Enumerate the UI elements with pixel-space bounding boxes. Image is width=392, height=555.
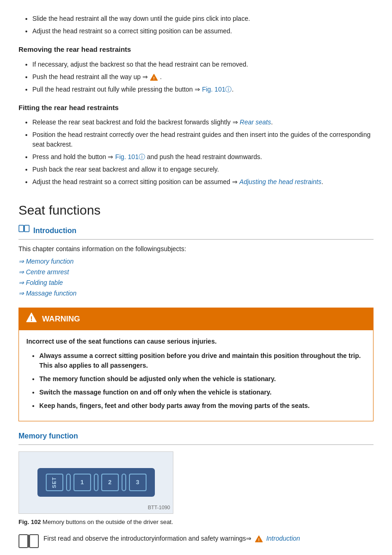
- fitting-bullet-4: Push back the rear seat backrest and all…: [32, 165, 374, 174]
- top-bullet-list: Slide the head restraint all the way dow…: [18, 14, 374, 36]
- centre-armrest-link[interactable]: Centre armrest: [18, 267, 374, 277]
- memory-heading-link[interactable]: Memory function: [18, 431, 78, 442]
- massage-function-link[interactable]: Massage function: [18, 289, 374, 298]
- intro-text: This chapter contains information on the…: [18, 244, 374, 254]
- fig-caption: Fig. 102 Memory buttons on the outside o…: [18, 518, 374, 527]
- fig-number: Fig. 102: [18, 518, 41, 525]
- intro-note-link[interactable]: Introduction: [266, 535, 300, 542]
- memory-function-link[interactable]: Memory function: [18, 257, 374, 266]
- removing-bullet-1: If necessary, adjust the backrest so tha…: [32, 60, 374, 69]
- removing-bullet-list: If necessary, adjust the backrest so tha…: [18, 60, 374, 94]
- mem-divider-3: [122, 474, 126, 491]
- fig101-link-fitting[interactable]: Fig. 101ⓘ: [115, 153, 145, 160]
- fitting-bullet-1: Release the rear seat backrest and fold …: [32, 117, 374, 127]
- rear-seats-link[interactable]: Rear seats: [240, 118, 271, 126]
- fitting-bullet-list: Release the rear seat backrest and fold …: [18, 117, 374, 187]
- removing-bullet-2: Push the head restraint all the way up ⇒…: [32, 72, 374, 82]
- warning-bullet-3: Switch the massage function on and off o…: [39, 388, 366, 397]
- fitting-heading: Fitting the rear head restraints: [18, 103, 374, 113]
- warning-main-text: Incorrect use of the seat functions can …: [26, 337, 366, 346]
- fitting-bullet-2: Position the head restraint correctly ov…: [32, 130, 374, 149]
- removing-bullet-3: Pull the head restraint out fully while …: [32, 85, 374, 94]
- svg-text:!: !: [153, 76, 155, 80]
- fitting-bullet-5: Adjust the head restraint so a correct s…: [32, 177, 374, 187]
- warning-bullet-4: Keep hands, fingers, feet and other body…: [39, 401, 366, 411]
- mem-btn-1: 1: [74, 474, 91, 491]
- intro-note: First read and observe the introductoryi…: [18, 534, 374, 553]
- warning-header: ! WARNING: [19, 308, 373, 330]
- book-icon-large: [18, 534, 39, 553]
- warning-triangle-inline: !: [148, 73, 160, 80]
- mem-btn-set: SET: [46, 474, 63, 491]
- folding-table-link[interactable]: Folding table: [18, 278, 374, 288]
- mem-divider-1: [66, 474, 71, 491]
- intro-heading-link[interactable]: Introduction: [33, 225, 76, 236]
- warning-bullet-1: Always assume a correct sitting position…: [39, 351, 366, 370]
- intro-note-text: First read and observe the introductoryi…: [43, 534, 300, 543]
- book-icon: [18, 225, 30, 236]
- svg-rect-7: [19, 535, 28, 548]
- mem-divider-2: [94, 474, 98, 491]
- svg-rect-2: [19, 225, 24, 232]
- warning-bullet-2: The memory function should be adjusted o…: [39, 374, 366, 384]
- mem-btn-3: 3: [129, 474, 147, 491]
- svg-rect-3: [24, 225, 29, 232]
- top-bullet-2: Adjust the head restraint so a correct s…: [32, 26, 374, 36]
- warning-triangle-note: !: [253, 535, 266, 542]
- figure-102: SET 1 2 3 BTT-1090: [18, 451, 173, 514]
- warning-body: Incorrect use of the seat functions can …: [19, 330, 373, 421]
- warning-bullets: Always assume a correct sitting position…: [26, 351, 366, 411]
- svg-text:!: !: [258, 537, 260, 542]
- adjusting-link[interactable]: Adjusting the head restraints: [239, 178, 321, 185]
- page-title: Seat functions: [18, 201, 374, 220]
- fig101-link-removing[interactable]: Fig. 101ⓘ: [202, 86, 232, 93]
- fitting-bullet-3: Press and hold the button ⇒ Fig. 101ⓘ an…: [32, 152, 374, 162]
- memory-buttons-row: SET 1 2 3: [37, 468, 155, 497]
- memory-heading-container: Memory function: [18, 431, 374, 445]
- svg-text:!: !: [31, 315, 33, 322]
- top-bullet-1: Slide the head restraint all the way dow…: [32, 14, 374, 24]
- figure-label: BTT-1090: [148, 504, 170, 512]
- warning-box: ! WARNING Incorrect use of the seat func…: [18, 308, 374, 421]
- fig-caption-text: Memory buttons on the outside of the dri…: [43, 518, 173, 525]
- warning-label: WARNING: [42, 313, 80, 325]
- intro-heading-container: Introduction: [18, 225, 374, 240]
- svg-rect-8: [30, 535, 38, 548]
- warning-triangle-icon: !: [25, 312, 37, 327]
- mem-btn-2: 2: [101, 474, 119, 491]
- removing-heading: Removing the rear head restraints: [18, 44, 374, 55]
